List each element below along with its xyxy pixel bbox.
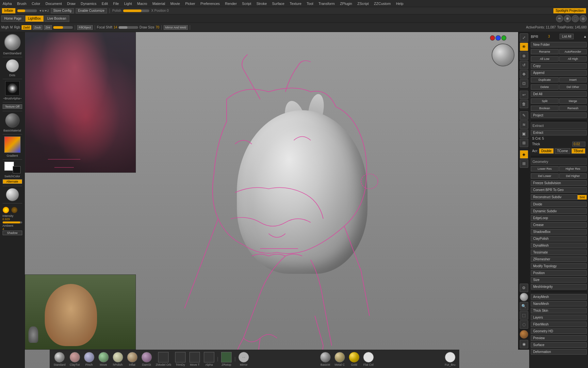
up-arrow-icon[interactable]: ▲ [583, 35, 587, 38]
live-boolean-tab[interactable]: Live Boolean [44, 15, 69, 22]
split-btn[interactable]: Split [531, 98, 559, 104]
spotlight-btn[interactable]: Spotlight Projection [553, 8, 586, 13]
center-viewport-area[interactable]: Standard ClayTut Pinch Move hPolish Infl… [25, 32, 529, 368]
material-sphere-small[interactable] [6, 188, 19, 201]
delete-btn[interactable]: Delete [531, 84, 559, 90]
menu-zplugin[interactable]: ZPlugin [339, 1, 353, 6]
tcorne-btn[interactable]: TCorne [555, 148, 570, 154]
mat-flatcol[interactable]: Flat Col [362, 351, 375, 367]
mat-furbru[interactable]: Fur_Bru [443, 351, 457, 367]
new-folder-btn[interactable]: New Folder [531, 42, 587, 47]
menu-help[interactable]: Help [395, 1, 405, 6]
fiber-mesh-btn[interactable]: FiberMesh [531, 322, 587, 327]
menu-material[interactable]: Material [151, 1, 166, 6]
menu-edit[interactable]: Edit [100, 1, 109, 6]
lightbox-tab[interactable]: LightBox [25, 15, 44, 22]
divide-btn[interactable]: Divide [531, 202, 587, 207]
del-higher-btn[interactable]: Del Higher [559, 173, 587, 179]
menu-tool[interactable]: Tool [305, 1, 315, 6]
copy-btn[interactable]: Copy [531, 63, 587, 69]
menu-draw[interactable]: Draw [66, 1, 77, 6]
modify-topology-btn[interactable]: Modify Topology [531, 263, 587, 269]
del-other-btn[interactable]: Del Other [559, 84, 587, 90]
tool-alpha[interactable]: Alpha [203, 351, 216, 367]
ring-icon[interactable]: ◎ [580, 15, 587, 22]
insert-btn[interactable]: Insert [559, 77, 587, 82]
tool-damst[interactable]: DamSt [140, 351, 153, 367]
menu-color[interactable]: Color [30, 1, 41, 6]
boolean-btn[interactable]: Boolean [531, 106, 559, 111]
thick-input[interactable]: 0.02 [572, 142, 585, 147]
fill-object-btn[interactable]: FillObject [77, 25, 93, 30]
menu-stroke[interactable]: Stroke [255, 1, 268, 6]
smooth-icon[interactable]: ≋ [520, 120, 528, 129]
surface-btn[interactable]: Surface [531, 342, 587, 348]
menu-texture[interactable]: Texture [288, 1, 303, 6]
material-preview[interactable] [5, 113, 20, 128]
del-lower-btn[interactable]: Del Lower [531, 173, 559, 179]
tool-hpolish[interactable]: hPolish [111, 351, 124, 367]
menu-zzcustom[interactable]: ZZCustom [373, 1, 392, 6]
tool-pinch[interactable]: Pinch [83, 351, 96, 367]
mirror-weld-btn[interactable]: Mirror And Weld [164, 25, 188, 30]
geometry-hd-btn[interactable]: Geometry HD [531, 328, 587, 334]
position-btn[interactable]: Position [531, 270, 587, 276]
tessimate-btn[interactable]: Tessimate [531, 250, 587, 255]
menu-zscript[interactable]: ZScript [356, 1, 370, 6]
menu-document[interactable]: Document [44, 1, 63, 6]
menu-light[interactable]: Light [123, 1, 133, 6]
deformation-btn[interactable]: Deformation [531, 349, 587, 355]
mesh-integrity-btn[interactable]: MeshIntegrity [531, 284, 587, 289]
orange-tool-icon[interactable]: ◈ [520, 150, 528, 159]
transp-icon[interactable]: ◌ [520, 320, 528, 329]
menu-movie[interactable]: Movie [169, 1, 181, 6]
autoreorder-btn[interactable]: AutoReorder [559, 49, 587, 54]
clay-polish-btn[interactable]: ClayPolish [531, 236, 587, 241]
trash-icon[interactable]: 🗑 [520, 100, 528, 108]
reconstruct-subdiv-btn[interactable]: Reconstruct Subdiv [531, 194, 578, 200]
nav-icon[interactable]: ⤢ [520, 33, 528, 42]
project-btn[interactable]: Project [531, 113, 587, 118]
undo-icon[interactable]: ↩ [520, 91, 528, 99]
dynamic-subdiv-btn[interactable]: Dynamic Subdiv [531, 208, 587, 214]
fill-icon[interactable]: ▣ [520, 130, 528, 138]
scale-icon[interactable]: ⊡ [520, 79, 528, 88]
eye-icon[interactable]: 👁 [520, 43, 528, 51]
tool-zmodel[interactable]: ZModel Orb [155, 351, 173, 367]
merge-btn[interactable]: Merge [559, 98, 587, 104]
navigation-ball[interactable] [490, 42, 516, 68]
all-high-btn[interactable]: All High [559, 56, 587, 61]
rotate-icon[interactable]: ↺ [520, 61, 528, 69]
tool-claytut[interactable]: ClayTut [68, 351, 81, 367]
menu-alpha[interactable]: Alpha [1, 1, 13, 6]
menu-script[interactable]: Script [241, 1, 253, 6]
menu-file[interactable]: File [112, 1, 120, 6]
material-mini-sphere[interactable] [520, 293, 528, 301]
crease-btn[interactable]: Crease [531, 222, 587, 228]
snap-icon[interactable]: ⊞ [520, 139, 528, 147]
layers-btn[interactable]: Layers [531, 315, 587, 320]
rename-btn[interactable]: Rename [531, 49, 559, 54]
zoom-icon[interactable]: ⊕ [520, 52, 528, 60]
color-gradient-swatch[interactable] [4, 136, 21, 153]
dot-brush-preview[interactable] [6, 59, 19, 72]
texture-off-btn[interactable]: Texture Off [3, 104, 22, 109]
size-btn[interactable]: Size [531, 277, 587, 283]
zadd-btn[interactable]: Zadd [22, 25, 32, 30]
light-icon-1[interactable] [3, 207, 9, 213]
double-btn[interactable]: Double [539, 148, 554, 154]
higher-res-btn[interactable]: Higher Res [559, 166, 587, 171]
move-3d-icon[interactable]: ✥ [520, 70, 528, 79]
local-icon[interactable]: ◉ [520, 340, 528, 348]
freeze-subdiv-btn[interactable]: Freeze Subdivision [531, 180, 587, 186]
menu-preferences[interactable]: Preferences [199, 1, 221, 6]
alt-draw-icon[interactable]: ⊕ [564, 15, 571, 22]
menu-surface[interactable]: Surface [271, 1, 286, 6]
alternate-btn[interactable]: Alternate [3, 179, 22, 184]
tool-standard[interactable]: Standard [52, 351, 67, 367]
mat-basicm[interactable]: BasicM [319, 351, 332, 367]
light-icon-2[interactable] [11, 207, 18, 213]
array-mesh-btn[interactable]: ArrayMesh [531, 294, 587, 300]
draw-icon[interactable]: ✏ [556, 15, 563, 22]
preview-btn[interactable]: Preview [531, 335, 587, 341]
